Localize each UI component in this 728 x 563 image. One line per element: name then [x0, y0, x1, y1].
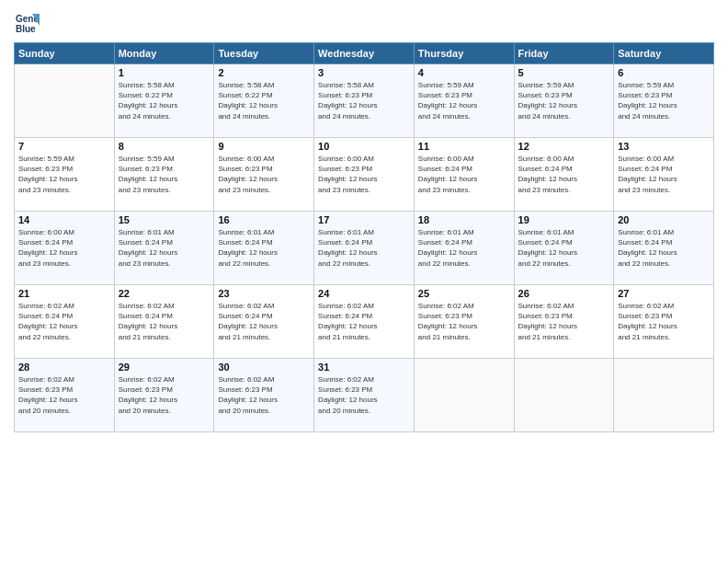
day-number: 21 — [18, 288, 110, 299]
day-number: 8 — [119, 141, 210, 152]
day-info: Sunrise: 6:02 AM Sunset: 6:23 PM Dayligh… — [18, 374, 110, 416]
day-number: 7 — [18, 141, 110, 152]
calendar-cell: 29Sunrise: 6:02 AM Sunset: 6:23 PM Dayli… — [114, 359, 214, 432]
weekday-header-sunday: Sunday — [15, 43, 115, 64]
day-info: Sunrise: 5:59 AM Sunset: 6:23 PM Dayligh… — [618, 80, 710, 121]
day-number: 5 — [518, 67, 610, 78]
calendar-cell: 4Sunrise: 5:59 AM Sunset: 6:23 PM Daylig… — [414, 64, 514, 138]
calendar-cell — [414, 359, 514, 432]
day-info: Sunrise: 6:02 AM Sunset: 6:23 PM Dayligh… — [418, 301, 510, 342]
calendar-cell: 19Sunrise: 6:01 AM Sunset: 6:24 PM Dayli… — [514, 212, 614, 285]
weekday-header-friday: Friday — [514, 43, 614, 64]
calendar-cell: 11Sunrise: 6:00 AM Sunset: 6:24 PM Dayli… — [414, 138, 514, 212]
calendar-cell: 27Sunrise: 6:02 AM Sunset: 6:23 PM Dayli… — [614, 285, 714, 359]
logo-icon: General Blue — [14, 9, 40, 35]
calendar-cell: 23Sunrise: 6:02 AM Sunset: 6:24 PM Dayli… — [214, 285, 314, 359]
day-number: 14 — [18, 214, 110, 225]
calendar-cell: 31Sunrise: 6:02 AM Sunset: 6:23 PM Dayli… — [314, 359, 415, 432]
calendar-cell: 24Sunrise: 6:02 AM Sunset: 6:24 PM Dayli… — [314, 285, 415, 359]
weekday-header-wednesday: Wednesday — [314, 43, 415, 64]
day-number: 2 — [218, 67, 310, 78]
calendar-cell: 10Sunrise: 6:00 AM Sunset: 6:23 PM Dayli… — [314, 138, 415, 212]
weekday-header-saturday: Saturday — [614, 43, 714, 64]
day-number: 19 — [518, 214, 610, 225]
day-number: 28 — [18, 362, 110, 373]
day-info: Sunrise: 5:59 AM Sunset: 6:23 PM Dayligh… — [119, 154, 210, 195]
day-info: Sunrise: 6:02 AM Sunset: 6:23 PM Dayligh… — [119, 374, 210, 416]
day-number: 10 — [318, 141, 410, 152]
day-number: 27 — [618, 288, 710, 299]
day-info: Sunrise: 5:59 AM Sunset: 6:23 PM Dayligh… — [18, 154, 110, 195]
day-info: Sunrise: 6:02 AM Sunset: 6:24 PM Dayligh… — [119, 301, 210, 342]
day-number: 16 — [218, 214, 310, 225]
day-info: Sunrise: 6:01 AM Sunset: 6:24 PM Dayligh… — [418, 227, 510, 269]
day-number: 25 — [418, 288, 510, 299]
day-info: Sunrise: 5:58 AM Sunset: 6:22 PM Dayligh… — [218, 80, 310, 121]
calendar-cell: 9Sunrise: 6:00 AM Sunset: 6:23 PM Daylig… — [214, 138, 314, 212]
logo: General Blue — [14, 9, 41, 35]
day-number: 29 — [119, 362, 210, 373]
day-info: Sunrise: 5:59 AM Sunset: 6:23 PM Dayligh… — [518, 80, 610, 121]
day-number: 23 — [218, 288, 310, 299]
day-info: Sunrise: 6:01 AM Sunset: 6:24 PM Dayligh… — [218, 227, 310, 269]
calendar-cell: 13Sunrise: 6:00 AM Sunset: 6:24 PM Dayli… — [614, 138, 714, 212]
day-info: Sunrise: 6:01 AM Sunset: 6:24 PM Dayligh… — [119, 227, 210, 269]
calendar-cell: 5Sunrise: 5:59 AM Sunset: 6:23 PM Daylig… — [514, 64, 614, 138]
day-info: Sunrise: 6:01 AM Sunset: 6:24 PM Dayligh… — [518, 227, 610, 269]
day-number: 9 — [218, 141, 310, 152]
calendar-cell: 17Sunrise: 6:01 AM Sunset: 6:24 PM Dayli… — [314, 212, 415, 285]
day-number: 17 — [318, 214, 410, 225]
day-info: Sunrise: 5:58 AM Sunset: 6:22 PM Dayligh… — [119, 80, 210, 121]
day-info: Sunrise: 6:02 AM Sunset: 6:24 PM Dayligh… — [218, 301, 310, 342]
calendar-week-1: 1Sunrise: 5:58 AM Sunset: 6:22 PM Daylig… — [15, 64, 714, 138]
day-info: Sunrise: 6:00 AM Sunset: 6:24 PM Dayligh… — [518, 154, 610, 195]
calendar-cell: 3Sunrise: 5:58 AM Sunset: 6:23 PM Daylig… — [314, 64, 415, 138]
calendar-cell: 20Sunrise: 6:01 AM Sunset: 6:24 PM Dayli… — [614, 212, 714, 285]
day-number: 30 — [218, 362, 310, 373]
calendar-cell: 16Sunrise: 6:01 AM Sunset: 6:24 PM Dayli… — [214, 212, 314, 285]
day-info: Sunrise: 6:00 AM Sunset: 6:24 PM Dayligh… — [618, 154, 710, 195]
calendar-cell: 21Sunrise: 6:02 AM Sunset: 6:24 PM Dayli… — [15, 285, 115, 359]
calendar-container: General Blue SundayMondayTuesdayWednesda… — [0, 0, 728, 442]
day-number: 3 — [318, 67, 410, 78]
day-info: Sunrise: 5:58 AM Sunset: 6:23 PM Dayligh… — [318, 80, 410, 121]
day-info: Sunrise: 6:01 AM Sunset: 6:24 PM Dayligh… — [618, 227, 710, 269]
weekday-header-thursday: Thursday — [414, 43, 514, 64]
calendar-week-5: 28Sunrise: 6:02 AM Sunset: 6:23 PM Dayli… — [15, 359, 714, 432]
calendar-cell: 7Sunrise: 5:59 AM Sunset: 6:23 PM Daylig… — [15, 138, 115, 212]
day-info: Sunrise: 6:01 AM Sunset: 6:24 PM Dayligh… — [318, 227, 410, 269]
calendar-cell: 8Sunrise: 5:59 AM Sunset: 6:23 PM Daylig… — [114, 138, 214, 212]
day-info: Sunrise: 6:02 AM Sunset: 6:23 PM Dayligh… — [318, 374, 410, 416]
day-number: 6 — [618, 67, 710, 78]
day-number: 24 — [318, 288, 410, 299]
day-number: 22 — [119, 288, 210, 299]
day-info: Sunrise: 6:02 AM Sunset: 6:23 PM Dayligh… — [618, 301, 710, 342]
calendar-cell: 30Sunrise: 6:02 AM Sunset: 6:23 PM Dayli… — [214, 359, 314, 432]
day-info: Sunrise: 6:00 AM Sunset: 6:24 PM Dayligh… — [18, 227, 110, 269]
day-number: 11 — [418, 141, 510, 152]
calendar-cell — [514, 359, 614, 432]
calendar-cell: 2Sunrise: 5:58 AM Sunset: 6:22 PM Daylig… — [214, 64, 314, 138]
day-info: Sunrise: 6:02 AM Sunset: 6:23 PM Dayligh… — [518, 301, 610, 342]
day-info: Sunrise: 6:00 AM Sunset: 6:23 PM Dayligh… — [318, 154, 410, 195]
day-number: 18 — [418, 214, 510, 225]
day-number: 20 — [618, 214, 710, 225]
weekday-header-tuesday: Tuesday — [214, 43, 314, 64]
calendar-cell: 1Sunrise: 5:58 AM Sunset: 6:22 PM Daylig… — [114, 64, 214, 138]
calendar-cell — [15, 64, 115, 138]
day-info: Sunrise: 6:02 AM Sunset: 6:24 PM Dayligh… — [18, 301, 110, 342]
calendar-cell: 26Sunrise: 6:02 AM Sunset: 6:23 PM Dayli… — [514, 285, 614, 359]
calendar-week-3: 14Sunrise: 6:00 AM Sunset: 6:24 PM Dayli… — [15, 212, 714, 285]
day-info: Sunrise: 5:59 AM Sunset: 6:23 PM Dayligh… — [418, 80, 510, 121]
calendar-week-2: 7Sunrise: 5:59 AM Sunset: 6:23 PM Daylig… — [15, 138, 714, 212]
calendar-week-4: 21Sunrise: 6:02 AM Sunset: 6:24 PM Dayli… — [15, 285, 714, 359]
day-info: Sunrise: 6:00 AM Sunset: 6:24 PM Dayligh… — [418, 154, 510, 195]
calendar-cell — [614, 359, 714, 432]
weekday-header-row: SundayMondayTuesdayWednesdayThursdayFrid… — [15, 43, 714, 64]
day-number: 31 — [318, 362, 410, 373]
calendar-cell: 25Sunrise: 6:02 AM Sunset: 6:23 PM Dayli… — [414, 285, 514, 359]
svg-text:Blue: Blue — [16, 24, 36, 34]
header: General Blue — [14, 9, 714, 35]
calendar-cell: 14Sunrise: 6:00 AM Sunset: 6:24 PM Dayli… — [15, 212, 115, 285]
calendar-cell: 22Sunrise: 6:02 AM Sunset: 6:24 PM Dayli… — [114, 285, 214, 359]
